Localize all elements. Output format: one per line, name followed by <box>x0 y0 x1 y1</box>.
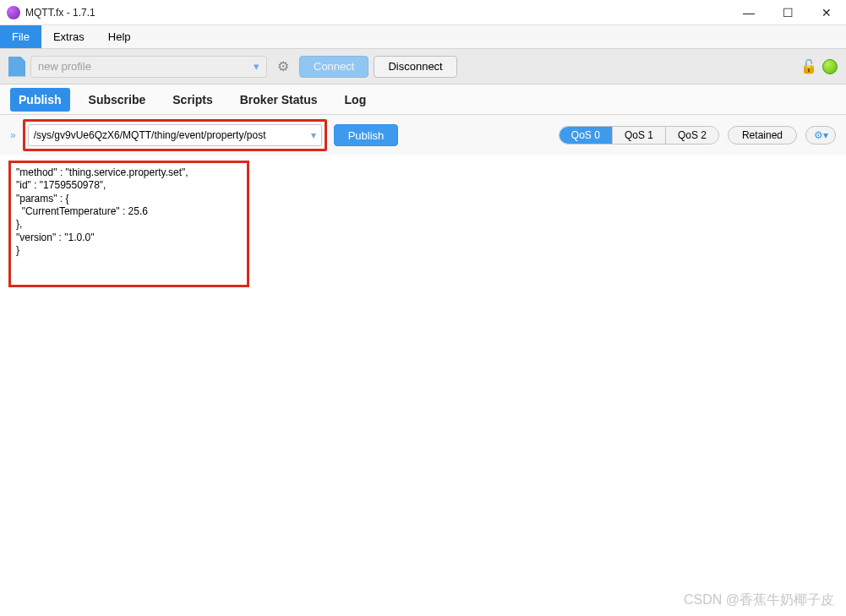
disconnect-button[interactable]: Disconnect <box>374 56 456 78</box>
tab-log[interactable]: Log <box>336 88 375 112</box>
window-controls: — ☐ ✕ <box>729 0 846 25</box>
tab-scripts[interactable]: Scripts <box>164 88 221 112</box>
qos-selector: QoS 0 QoS 1 QoS 2 <box>559 126 719 144</box>
watermark: CSDN @香蕉牛奶椰子皮 <box>684 591 834 609</box>
connect-button[interactable]: Connect <box>299 56 368 78</box>
qos-1[interactable]: QoS 1 <box>613 127 666 144</box>
connection-status-area: 🔓 <box>800 58 838 74</box>
maximize-button[interactable]: ☐ <box>768 0 807 25</box>
menu-extras[interactable]: Extras <box>41 25 96 48</box>
profile-placeholder: new profile <box>38 60 91 73</box>
app-icon <box>7 6 20 19</box>
toolbar: new profile ▾ ⚙ Connect Disconnect 🔓 <box>0 49 846 84</box>
tab-subscribe[interactable]: Subscribe <box>80 88 155 112</box>
settings-gear-icon[interactable]: ⚙ <box>272 56 294 78</box>
tab-row: Publish Subscribe Scripts Broker Status … <box>0 84 846 115</box>
publish-button[interactable]: Publish <box>334 124 399 146</box>
retained-toggle[interactable]: Retained <box>728 126 797 144</box>
document-icon <box>8 57 25 77</box>
payload-area: "method" : "thing.service.property.set",… <box>0 155 846 616</box>
publish-options: QoS 0 QoS 1 QoS 2 Retained ⚙▾ <box>559 126 836 144</box>
minimize-button[interactable]: — <box>729 0 768 25</box>
publish-controls-row: » /sys/gv9vUe6QzX6/MQTT/thing/event/prop… <box>0 115 846 155</box>
menu-file[interactable]: File <box>0 25 41 48</box>
profile-select[interactable]: new profile ▾ <box>30 56 267 78</box>
connection-status-dot <box>822 59 838 74</box>
qos-2[interactable]: QoS 2 <box>666 127 718 144</box>
window-title: MQTT.fx - 1.7.1 <box>25 7 96 19</box>
tab-broker-status[interactable]: Broker Status <box>232 88 326 112</box>
chevron-down-icon: ▾ <box>254 60 259 73</box>
qos-0[interactable]: QoS 0 <box>559 127 613 144</box>
menu-help[interactable]: Help <box>96 25 143 48</box>
topic-value: /sys/gv9vUe6QzX6/MQTT/thing/event/proper… <box>34 129 266 141</box>
publish-format-menu[interactable]: ⚙▾ <box>805 126 836 144</box>
close-button[interactable]: ✕ <box>807 0 846 25</box>
unlock-icon: 🔓 <box>800 58 817 74</box>
topic-highlight-box: /sys/gv9vUe6QzX6/MQTT/thing/event/proper… <box>23 119 327 151</box>
gear-icon: ⚙▾ <box>814 129 828 141</box>
chevron-down-icon: ▾ <box>311 129 316 141</box>
payload-editor[interactable]: "method" : "thing.service.property.set",… <box>8 161 249 287</box>
menubar: File Extras Help <box>0 25 846 49</box>
expand-chevron-icon[interactable]: » <box>10 129 16 141</box>
tab-publish[interactable]: Publish <box>10 88 70 112</box>
topic-input[interactable]: /sys/gv9vUe6QzX6/MQTT/thing/event/proper… <box>28 124 322 146</box>
titlebar: MQTT.fx - 1.7.1 — ☐ ✕ <box>0 0 846 25</box>
